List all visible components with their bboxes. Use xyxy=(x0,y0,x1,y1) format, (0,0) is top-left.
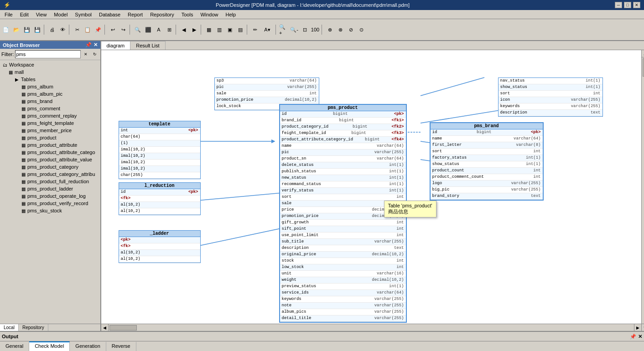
scroll-up-btn[interactable]: ▲ xyxy=(642,50,644,57)
tree-table-label-1: pms_album_pic xyxy=(27,91,62,97)
tree-table-6[interactable]: ▦ pms_member_price xyxy=(1,127,99,134)
tb-more2[interactable]: ⊗ xyxy=(335,25,345,35)
canvas-tab-result-list[interactable]: Result List xyxy=(130,41,165,50)
tree-table-1[interactable]: ▦ pms_album_pic xyxy=(1,90,99,98)
tb-cut[interactable]: ✂ xyxy=(72,25,82,35)
minimize-button[interactable]: ─ xyxy=(615,2,622,8)
canvas-tab-diagram[interactable]: diagram xyxy=(101,41,131,50)
menu-file[interactable]: File xyxy=(1,11,16,18)
tb-print-preview[interactable]: 👁 xyxy=(57,25,68,35)
tb-more1[interactable]: ⊕ xyxy=(325,25,335,35)
tb-find[interactable]: 🔍 xyxy=(133,25,143,35)
tree-tables[interactable]: ▶ Tables xyxy=(1,76,99,83)
filter-input[interactable] xyxy=(15,50,81,58)
diagram-viewport[interactable]: template int <pk> char(64) (1) imal(10, xyxy=(101,50,644,331)
menu-window[interactable]: Window xyxy=(197,11,222,18)
tb-pen[interactable]: ✏ xyxy=(250,25,260,35)
ob-tab-repository[interactable]: Repository xyxy=(19,324,48,331)
scroll-left-btn[interactable]: ◀ xyxy=(101,324,109,331)
table-template[interactable]: template int <pk> char(64) (1) imal(10, xyxy=(119,121,201,179)
table-ladder[interactable]: _ladder <pk> <fk> al(10,2) al(10,2) xyxy=(119,230,201,263)
tb-print[interactable]: 🖨 xyxy=(47,25,57,35)
tb-save[interactable]: 💾 xyxy=(22,25,32,35)
tb-zoom-out[interactable]: 🔍- xyxy=(289,25,299,35)
tb-open[interactable]: 📂 xyxy=(11,25,21,35)
ob-pin-icon[interactable]: 📌 xyxy=(85,42,92,48)
tree-table-4[interactable]: ▦ pms_comment_replay xyxy=(1,112,99,119)
tb-zoom-in[interactable]: 🔍+ xyxy=(279,25,289,35)
table-pms-brand[interactable]: pms_brand id bigint <pk> name varchar(64… xyxy=(430,122,544,201)
bottom-tab-generation[interactable]: Generation xyxy=(70,341,106,351)
scroll-right-btn[interactable]: ▶ xyxy=(634,324,641,331)
ob-close-icon[interactable]: ✕ xyxy=(93,42,98,48)
bottom-tab-check-model[interactable]: Check Model xyxy=(29,341,70,351)
tree-table-12[interactable]: ▦ pms_product_category_attribu xyxy=(1,170,99,178)
table-top-right[interactable]: nav_status int(1) show_status int(1) sor… xyxy=(498,77,603,117)
scroll-thumb-h[interactable] xyxy=(109,325,137,330)
tb-zoom-fit[interactable]: ⊡ xyxy=(300,25,310,35)
tree-table-17[interactable]: ▦ pms_sku_stock xyxy=(1,207,99,214)
tb-more4[interactable]: ⊙ xyxy=(356,25,366,35)
tree-table-10[interactable]: ▦ pms_product_attribute_value xyxy=(1,156,99,163)
tree-mall[interactable]: ▦ mall xyxy=(1,68,99,76)
tb-paste[interactable]: 📌 xyxy=(93,25,103,35)
close-button[interactable]: ✕ xyxy=(633,2,640,8)
maximize-button[interactable]: □ xyxy=(624,2,631,8)
tree-table-15[interactable]: ▦ pms_product_operate_log xyxy=(1,192,99,200)
bottom-tab-reverse[interactable]: Reverse xyxy=(106,341,136,351)
tb-b1[interactable]: ⬛ xyxy=(143,25,153,35)
tree-workspace[interactable]: 🗂 Workspace xyxy=(1,61,99,68)
window-controls[interactable]: ─ □ ✕ xyxy=(615,2,640,8)
tree-table-16[interactable]: ▦ pms_product_verify_record xyxy=(1,200,99,207)
menu-view[interactable]: View xyxy=(32,11,51,18)
filter-clear-button[interactable]: ✕ xyxy=(82,50,90,58)
menu-report[interactable]: Report xyxy=(124,11,146,18)
scroll-thumb-v[interactable] xyxy=(643,58,644,77)
tb-undo[interactable]: ↩ xyxy=(108,25,118,35)
tb-grid2[interactable]: ▥ xyxy=(214,25,224,35)
canvas-body[interactable]: template int <pk> char(64) (1) imal(10, xyxy=(101,50,644,331)
menu-edit[interactable]: Edit xyxy=(16,11,32,18)
menu-symbol[interactable]: Symbol xyxy=(71,11,95,18)
scrollbar-v[interactable]: ▲ ▼ xyxy=(641,50,644,331)
tb-b3[interactable]: ⊞ xyxy=(164,25,174,35)
tree-table-14[interactable]: ▦ pms_product_ladder xyxy=(1,185,99,192)
tree-table-2[interactable]: ▦ pms_brand xyxy=(1,98,99,105)
tb-b5[interactable]: ▶ xyxy=(189,25,199,35)
prd-row-13: sort int xyxy=(280,194,406,201)
menu-database[interactable]: Database xyxy=(95,11,124,18)
table-full-reduction-row-3: al(10,2) xyxy=(119,208,200,215)
tree-table-13[interactable]: ▦ pms_product_full_reduction xyxy=(1,178,99,185)
tb-grid4[interactable]: ▤ xyxy=(235,25,245,35)
tree-table-0[interactable]: ▦ pms_album xyxy=(1,83,99,90)
tb-grid1[interactable]: ▦ xyxy=(204,25,214,35)
menu-help[interactable]: Help xyxy=(222,11,240,18)
tb-color1[interactable]: A▾ xyxy=(260,25,274,35)
tree-table-7[interactable]: ▦ pms_product xyxy=(1,134,99,141)
tree-table-9[interactable]: ▦ pms_product_attribute_catego xyxy=(1,149,99,156)
menu-model[interactable]: Model xyxy=(50,11,71,18)
tb-redo[interactable]: ↪ xyxy=(118,25,128,35)
filter-refresh-button[interactable]: ↻ xyxy=(91,50,99,58)
bottom-tab-general[interactable]: General xyxy=(0,341,29,351)
tb-save-all[interactable]: 💾 xyxy=(32,25,42,35)
tb-new[interactable]: 📄 xyxy=(1,25,11,35)
tb-b4[interactable]: ◀ xyxy=(179,25,189,35)
tree-table-11[interactable]: ▦ pms_product_category xyxy=(1,163,99,170)
tb-grid3[interactable]: ▣ xyxy=(225,25,235,35)
scroll-down-btn[interactable]: ▼ xyxy=(642,324,644,331)
tb-more3[interactable]: ⊘ xyxy=(346,25,356,35)
tree-table-3[interactable]: ▦ pms_comment xyxy=(1,105,99,112)
output-close-icon[interactable]: ✕ xyxy=(638,334,642,340)
table-full-reduction[interactable]: l_reduction id <pk> <fk> al(10,2) al(10 xyxy=(119,182,201,215)
tb-copy[interactable]: 📋 xyxy=(83,25,93,35)
tree-table-8[interactable]: ▦ pms_product_attribute xyxy=(1,141,99,149)
menu-repository[interactable]: Repository xyxy=(146,11,178,18)
ob-tab-local[interactable]: Local xyxy=(0,324,19,331)
tb-zoom-100[interactable]: 100 xyxy=(310,25,320,35)
menu-tools[interactable]: Tools xyxy=(178,11,197,18)
tree-table-5[interactable]: ▦ pms_feight_template xyxy=(1,119,99,127)
scrollbar-h[interactable]: ◀ ▶ xyxy=(101,324,641,331)
output-pin-icon[interactable]: 📌 xyxy=(630,334,636,340)
tb-b2[interactable]: A xyxy=(154,25,164,35)
